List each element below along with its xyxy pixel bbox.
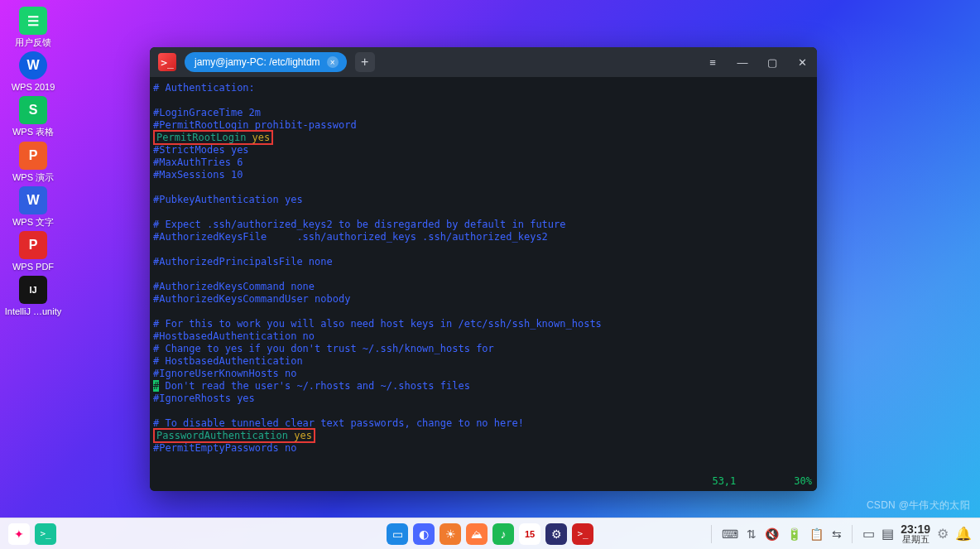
menu-icon[interactable]: ≡ — [706, 55, 719, 69]
tray-bell-icon[interactable]: 🔔 — [955, 526, 972, 542]
system-tray: ⌨ ⇅ 🔇 🔋 📋 ⇆ — [722, 527, 842, 541]
clock-time: 23:19 — [901, 523, 930, 535]
dock-music-icon[interactable]: ♪ — [492, 523, 514, 545]
desktop-icon-intellij[interactable]: IJ IntelliJ …unity — [3, 276, 63, 317]
tab-close-icon[interactable]: × — [327, 56, 339, 68]
desktop-icons: ☰ 用户反馈 W WPS 2019 S WPS 表格 P WPS 演示 W WP… — [0, 7, 66, 317]
wps-pdf-icon: P — [19, 231, 47, 259]
desktop-icon-label: IntelliJ …unity — [5, 306, 61, 317]
vim-statusline: 53,1 30% — [712, 475, 812, 488]
terminal-tab[interactable]: jamy@jamy-PC: /etc/lightdm × — [185, 52, 347, 72]
intellij-icon: IJ — [19, 276, 47, 304]
desktop-icon-wps-spreadsheet[interactable]: S WPS 表格 — [3, 96, 63, 137]
desktop-icon-label: 用户反馈 — [15, 37, 51, 48]
desktop-icon-wps-pdf[interactable]: P WPS PDF — [3, 231, 63, 272]
tab-title: jamy@jamy-PC: /etc/lightdm — [195, 56, 320, 68]
tray-battery-icon[interactable]: 🔋 — [787, 527, 801, 541]
desktop-icon-wps2019[interactable]: W WPS 2019 — [3, 51, 63, 93]
minimize-icon[interactable]: — — [736, 55, 749, 69]
dock-terminal-icon[interactable]: >_ — [572, 523, 593, 545]
watermark: CSDN @牛伟犬的太阳 — [867, 498, 970, 513]
wps-ppt-icon: P — [19, 142, 47, 170]
wps-writer-icon: W — [19, 186, 47, 214]
desktop-icon-feedback[interactable]: ☰ 用户反馈 — [3, 7, 63, 48]
desktop-icon-label: WPS PDF — [12, 262, 54, 272]
desktop-icon-label: WPS 演示 — [12, 172, 54, 183]
window-titlebar[interactable]: >_ jamy@jamy-PC: /etc/lightdm × + ≡ — ▢ … — [150, 47, 817, 77]
desktop-icon-label: WPS 2019 — [12, 82, 55, 93]
tray-network-icon[interactable]: ⇆ — [832, 527, 842, 541]
clock-date: 星期五 — [902, 535, 930, 544]
terminal-app-icon: >_ — [158, 53, 176, 71]
dock-appstore-icon[interactable]: ▭ — [387, 523, 408, 545]
taskbar: ✦ >_ ▭ ◐ ☀ ⛰ ♪ 15 ⚙ >_ ⌨ ⇅ 🔇 🔋 📋 ⇆ ▭ ▤ 2… — [0, 518, 980, 549]
desktop-icon-wps-ppt[interactable]: P WPS 演示 — [3, 142, 63, 183]
show-desktop-icon[interactable]: ▭ — [862, 526, 875, 542]
maximize-icon[interactable]: ▢ — [766, 55, 779, 69]
dock-weather-icon[interactable]: ☀ — [440, 523, 461, 545]
dock: ▭ ◐ ☀ ⛰ ♪ 15 ⚙ >_ — [387, 523, 593, 545]
scroll-percent: 30% — [794, 475, 812, 488]
launcher-icon[interactable]: ✦ — [8, 523, 30, 545]
tray-keyboard-icon[interactable]: ⌨ — [722, 527, 738, 541]
taskbar-terminal-icon[interactable]: >_ — [35, 523, 56, 545]
terminal-content: # Authentication: #LoginGraceTime 2m #Pe… — [153, 82, 812, 455]
wps-icon: W — [19, 51, 47, 79]
dock-browser-icon[interactable]: ◐ — [413, 523, 435, 545]
taskbar-clock[interactable]: 23:19 星期五 — [901, 523, 930, 544]
terminal-window: >_ jamy@jamy-PC: /etc/lightdm × + ≡ — ▢ … — [150, 47, 817, 491]
highlight-passwordauth: PasswordAuthentication yes — [153, 428, 315, 443]
tray-clipboard-icon[interactable]: 📋 — [809, 527, 824, 541]
close-icon[interactable]: ✕ — [795, 55, 809, 69]
new-tab-button[interactable]: + — [355, 52, 375, 72]
dock-settings-icon[interactable]: ⚙ — [545, 523, 567, 545]
highlight-permitrootlogin: PermitRootLogin yes — [153, 130, 273, 145]
dock-calendar-icon[interactable]: 15 — [519, 523, 540, 545]
desktop-icon-wps-writer[interactable]: W WPS 文字 — [3, 186, 63, 228]
cursor-position: 53,1 — [712, 475, 736, 488]
dock-photos-icon[interactable]: ⛰ — [466, 523, 488, 545]
tray-volume-icon[interactable]: 🔇 — [765, 527, 779, 541]
window-controls: ≡ — ▢ ✕ — [706, 55, 809, 69]
terminal-body[interactable]: # Authentication: #LoginGraceTime 2m #Pe… — [150, 77, 817, 491]
tray-gear-icon[interactable]: ⚙ — [937, 526, 949, 542]
multitask-icon[interactable]: ▤ — [882, 526, 894, 542]
feedback-icon: ☰ — [19, 7, 47, 35]
desktop-icon-label: WPS 表格 — [12, 127, 54, 137]
desktop-icon-label: WPS 文字 — [12, 217, 54, 228]
wps-spreadsheet-icon: S — [19, 96, 47, 124]
tray-usb-icon[interactable]: ⇅ — [747, 527, 757, 541]
